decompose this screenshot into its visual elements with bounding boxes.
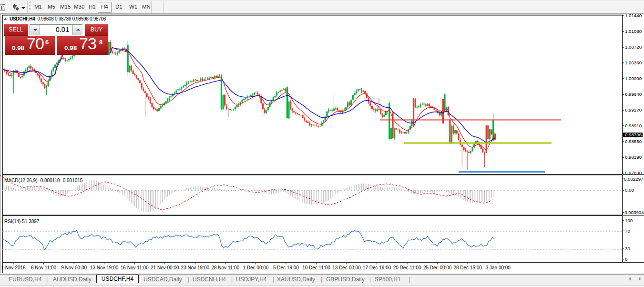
svg-text:70: 70 [625, 228, 630, 234]
svg-text:28 Dec 15:00: 28 Dec 15:00 [453, 265, 482, 270]
svg-text:1.01440: 1.01440 [625, 13, 642, 18]
svg-text:1.00720: 1.00720 [625, 44, 642, 50]
svg-text:21 Nov 00:00: 21 Nov 00:00 [151, 265, 179, 270]
svg-text:0.98706: 0.98706 [625, 132, 642, 137]
svg-text:6 Nov 11:00: 6 Nov 11:00 [31, 265, 57, 270]
svg-text:RSI(14) 51.3897: RSI(14) 51.3897 [4, 219, 40, 224]
svg-text:25 Dec 00:00: 25 Dec 00:00 [423, 265, 452, 270]
svg-text:0.002297: 0.002297 [624, 176, 643, 182]
svg-text:9 Nov 00:00: 9 Nov 00:00 [61, 265, 87, 270]
svg-text:0.98910: 0.98910 [625, 123, 642, 128]
svg-text:20 Dec 11:00: 20 Dec 11:00 [393, 265, 421, 270]
svg-text:-0.003904: -0.003904 [623, 210, 644, 215]
svg-text:0.97830: 0.97830 [625, 170, 642, 175]
svg-text:13 Nov 19:00: 13 Nov 19:00 [90, 265, 119, 270]
svg-text:0.98190: 0.98190 [625, 154, 642, 160]
svg-text:17 Dec 19:00: 17 Dec 19:00 [363, 265, 391, 270]
svg-text:100: 100 [625, 218, 633, 223]
svg-text:1 Nov 2018: 1 Nov 2018 [1, 265, 26, 270]
svg-text:5 Dec 19:00: 5 Dec 19:00 [273, 265, 299, 270]
svg-text:1 Dec 00:00: 1 Dec 00:00 [243, 265, 268, 270]
svg-text:0.98550: 0.98550 [625, 139, 642, 144]
svg-text:3 Jan 00:00: 3 Jan 00:00 [486, 265, 511, 270]
svg-text:1.00000: 1.00000 [625, 76, 642, 81]
svg-text:MACD(12,26,9) -0.000110 -0.001: MACD(12,26,9) -0.000110 -0.001015 [4, 178, 83, 183]
svg-text:0.99640: 0.99640 [625, 92, 642, 97]
svg-text:1.01080: 1.01080 [625, 29, 642, 34]
svg-text:30: 30 [625, 246, 630, 251]
svg-text:0.99270: 0.99270 [625, 107, 642, 113]
svg-text:28 Nov 11:00: 28 Nov 11:00 [211, 265, 239, 270]
svg-text:0: 0 [625, 256, 628, 262]
svg-text:23 Nov 19:00: 23 Nov 19:00 [181, 265, 210, 270]
svg-text:16 Nov 11:00: 16 Nov 11:00 [121, 265, 149, 270]
svg-text:0.00: 0.00 [625, 187, 634, 193]
svg-text:10 Dec 11:00: 10 Dec 11:00 [302, 265, 330, 270]
svg-text:13 Dec 00:00: 13 Dec 00:00 [332, 265, 361, 270]
svg-text:1.00360: 1.00360 [625, 60, 642, 65]
